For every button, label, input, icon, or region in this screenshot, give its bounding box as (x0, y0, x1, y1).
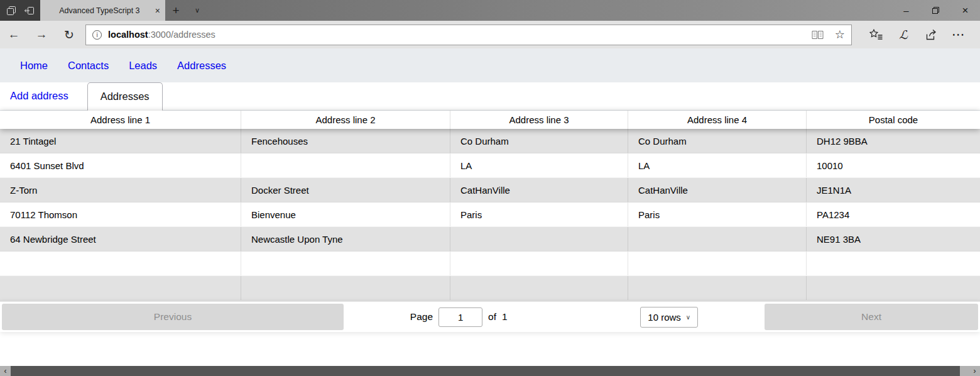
titlebar-drag-area (208, 0, 891, 21)
column-header-postal-code[interactable]: Postal code (807, 111, 980, 129)
settings-more-icon[interactable]: ⋯ (945, 27, 972, 42)
next-page-button[interactable]: Next (765, 304, 978, 330)
column-header-address-line-1[interactable]: Address line 1 (0, 111, 241, 129)
table-row-empty (0, 252, 980, 276)
table-cell (450, 227, 628, 251)
column-header-address-line-3[interactable]: Address line 3 (450, 111, 628, 129)
table-cell: Co Durham (450, 129, 628, 153)
page-label: Page (410, 311, 433, 323)
table-cell (450, 276, 628, 300)
tab-close-icon[interactable]: × (155, 6, 160, 16)
tab-list-chevron-icon[interactable]: ∨ (187, 0, 208, 21)
table-pagination: Previous Page of 1 10 rows ∨ Next (0, 301, 980, 332)
table-cell: CatHanVille (450, 178, 628, 202)
page-jump-group: Page of 1 (410, 307, 508, 327)
table-cell: 6401 Sunset Blvd (0, 153, 241, 177)
tabs-preview-icon[interactable] (6, 6, 16, 16)
page-size-value: 10 rows (648, 312, 681, 323)
table-cell: Paris (628, 202, 807, 226)
tab-addresses-active[interactable]: Addresses (87, 82, 163, 111)
navbar-item-home[interactable]: Home (10, 55, 58, 77)
table-cell: CatHanVille (628, 178, 807, 202)
table-cell: Z-Torn (0, 178, 241, 202)
table-cell: Docker Street (241, 178, 450, 202)
table-cell (0, 276, 241, 300)
tab-add-address[interactable]: Add address (0, 82, 79, 110)
address-tabs: Add address Addresses (0, 82, 980, 111)
navbar-item-contacts[interactable]: Contacts (58, 55, 119, 77)
table-cell: Paris (450, 202, 628, 226)
window-minimize-button[interactable]: – (891, 0, 921, 21)
page-size-select[interactable]: 10 rows ∨ (640, 307, 698, 328)
table-cell: Co Durham (628, 129, 807, 153)
url-host: localhost (108, 30, 148, 40)
table-cell: DH12 9BBA (807, 129, 980, 153)
reading-view-icon[interactable] (812, 30, 824, 40)
back-icon[interactable]: ← (0, 28, 28, 41)
scrollbar-track[interactable] (960, 366, 969, 376)
table-cell: NE91 3BA (807, 227, 980, 251)
web-notes-icon[interactable]: ℒ (890, 28, 917, 42)
url-path: :3000/addresses (148, 30, 215, 40)
table-cell: PA1234 (807, 202, 980, 226)
table-header-row: Address line 1 Address line 2 Address li… (0, 111, 980, 129)
page-number-input[interactable] (438, 307, 482, 327)
table-cell (628, 276, 807, 300)
table-cell (241, 153, 450, 177)
of-label: of (488, 311, 496, 323)
table-row: Z-Torn Docker Street CatHanVille CatHanV… (0, 178, 980, 202)
table-row: 70112 Thomson Bienvenue Paris Paris PA12… (0, 202, 980, 227)
table-row: 21 Tintagel Fencehouses Co Durham Co Dur… (0, 129, 980, 153)
table-cell: 64 Newbridge Street (0, 227, 241, 251)
table-cell (807, 276, 980, 300)
table-cell (0, 252, 241, 275)
navbar-item-leads[interactable]: Leads (119, 55, 167, 77)
table-cell: Newcastle Upon Tyne (241, 227, 450, 251)
table-cell: Bienvenue (241, 202, 450, 226)
addresses-table: Address line 1 Address line 2 Address li… (0, 111, 980, 301)
address-bar[interactable]: i localhost :3000/addresses ☆ (85, 25, 852, 45)
forward-icon[interactable]: → (28, 28, 55, 41)
browser-toolbar: ← → ↻ i localhost :3000/addresses ☆ ℒ ⋯ (0, 21, 980, 48)
column-header-address-line-2[interactable]: Address line 2 (241, 111, 450, 129)
chevron-down-icon: ∨ (686, 314, 690, 321)
app-navbar: Home Contacts Leads Addresses (0, 48, 980, 82)
table-cell (807, 252, 980, 275)
horizontal-scrollbar[interactable]: ‹ › (0, 366, 980, 376)
browser-tab-title: Advanced TypeScript 3 (48, 6, 151, 15)
table-cell: LA (628, 153, 807, 177)
site-info-icon[interactable]: i (92, 30, 102, 40)
set-aside-block (0, 0, 40, 21)
table-cell: 70112 Thomson (0, 202, 241, 226)
scroll-right-icon[interactable]: › (969, 366, 980, 376)
refresh-icon[interactable]: ↻ (55, 28, 83, 42)
column-header-address-line-4[interactable]: Address line 4 (628, 111, 807, 129)
table-cell: Fencehouses (241, 129, 450, 153)
table-row: 6401 Sunset Blvd LA LA 10010 (0, 153, 980, 178)
table-cell (450, 252, 628, 275)
table-row-empty (0, 276, 980, 301)
total-pages: 1 (502, 311, 508, 323)
navbar-item-addresses[interactable]: Addresses (167, 55, 236, 77)
scroll-left-icon[interactable]: ‹ (0, 366, 11, 376)
table-cell: 10010 (807, 153, 980, 177)
browser-tab[interactable]: Advanced TypeScript 3 × (40, 0, 165, 21)
table-cell (241, 252, 450, 275)
pagination-previous-wrap: Previous (2, 304, 344, 330)
table-cell (628, 227, 807, 251)
pagination-center: Page of 1 10 rows ∨ (344, 304, 765, 330)
pagination-next-wrap: Next (765, 304, 978, 330)
table-cell (241, 276, 450, 300)
table-cell (628, 252, 807, 275)
add-favorite-star-icon[interactable]: ☆ (835, 28, 845, 41)
set-tabs-aside-icon[interactable] (24, 6, 35, 16)
table-row: 64 Newbridge Street Newcastle Upon Tyne … (0, 227, 980, 252)
browser-titlebar: Advanced TypeScript 3 × + ∨ – × (0, 0, 980, 21)
previous-page-button[interactable]: Previous (2, 304, 344, 330)
share-icon[interactable] (917, 29, 945, 40)
scrollbar-thumb[interactable] (11, 366, 960, 376)
window-close-button[interactable]: × (950, 0, 980, 21)
window-restore-button[interactable] (921, 0, 950, 21)
hub-favorites-icon[interactable] (862, 29, 890, 40)
new-tab-button[interactable]: + (165, 0, 187, 21)
